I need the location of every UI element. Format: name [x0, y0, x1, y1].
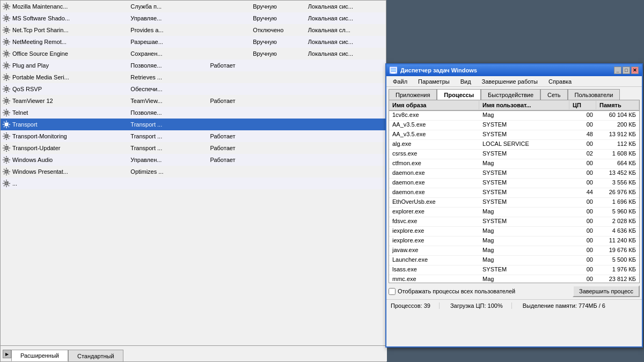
service-desc: Transport ... — [129, 119, 208, 130]
process-row[interactable]: daemon.exeSYSTEM4426 976 КБ — [389, 188, 639, 198]
services-bottom-tabs: ▶ Расширенный Стандартный — [1, 345, 387, 361]
service-status: Работает — [208, 130, 251, 142]
service-logon — [306, 71, 386, 83]
service-startup — [251, 142, 306, 154]
service-name: Portable Media Seri... — [12, 74, 69, 80]
service-startup — [251, 60, 306, 71]
service-status: Работает — [208, 95, 251, 107]
tm-menu-file[interactable]: Файл — [389, 77, 412, 86]
process-cpu: 00 — [569, 159, 596, 168]
tm-menu-options[interactable]: Параметры — [414, 77, 454, 86]
service-logon: Локальная сл... — [306, 24, 386, 36]
process-user: Mag — [479, 256, 569, 265]
process-memory: 1 696 КБ — [596, 198, 639, 207]
tab-extended[interactable]: Расширенный — [11, 350, 68, 361]
process-row[interactable]: daemon.exeSYSTEM0013 452 КБ — [389, 169, 639, 179]
tm-menu-help[interactable]: Справка — [544, 77, 576, 86]
service-row[interactable]: TransportTransport ... — [1, 119, 386, 130]
tm-tab-users[interactable]: Пользователи — [568, 89, 620, 100]
process-user: SYSTEM — [479, 198, 569, 207]
process-row[interactable]: iexplore.exeMag004 636 КБ — [389, 227, 639, 237]
service-logon — [306, 142, 386, 154]
process-name: daemon.exe — [389, 188, 479, 197]
service-row[interactable]: Office Source EngineСохранен...ВручнуюЛо… — [1, 48, 386, 60]
process-row[interactable]: mmc.exeMag0023 812 КБ — [389, 275, 639, 283]
process-memory: 19 676 КБ — [596, 246, 639, 255]
process-memory: 2 028 КБ — [596, 217, 639, 226]
service-row[interactable]: Net.Tcp Port Sharin...Provides a...Отклю… — [1, 24, 386, 36]
service-row[interactable]: Portable Media Seri...Retrieves ... — [1, 71, 386, 83]
service-row[interactable]: Plug and PlayПозволяе...Работает — [1, 60, 386, 71]
process-cpu: 44 — [569, 188, 596, 197]
tm-maximize-button[interactable]: □ — [623, 67, 630, 74]
service-row[interactable]: ... — [1, 178, 386, 189]
service-logon: Локальная сис... — [306, 1, 386, 12]
tm-minimize-button[interactable]: _ — [614, 67, 621, 74]
service-row[interactable]: QoS RSVPОбеспечи... — [1, 83, 386, 95]
service-row[interactable]: Windows Presentat...Optimizes ... — [1, 166, 386, 178]
tm-tabs: Приложения Процессы Быстродействие Сеть … — [386, 87, 642, 100]
tm-end-process-button[interactable]: Завершить процесс — [573, 285, 640, 297]
tm-tab-apps[interactable]: Приложения — [389, 89, 437, 100]
tm-col-name[interactable]: Имя образа — [389, 101, 479, 109]
service-row[interactable]: MS Software Shado...Управляе...ВручнуюЛо… — [1, 12, 386, 24]
service-desc: Provides a... — [129, 24, 208, 36]
service-icon — [2, 73, 11, 82]
service-startup: Вручную — [251, 48, 306, 60]
svg-point-13 — [5, 76, 8, 78]
nav-arrow[interactable]: ▶ — [3, 350, 11, 358]
service-row[interactable]: Transport-UpdaterTransport ...Работает — [1, 142, 386, 154]
process-memory: 26 976 КБ — [596, 188, 639, 197]
service-desc: Optimizes ... — [129, 166, 208, 178]
service-row[interactable]: NetMeeting Remot...Разрешае...ВручнуюЛок… — [1, 36, 386, 48]
service-status — [208, 119, 251, 130]
tab-standard[interactable]: Стандартный — [68, 350, 123, 361]
service-icon — [2, 38, 11, 46]
tm-tab-network[interactable]: Сеть — [540, 89, 567, 100]
process-memory: 23 812 КБ — [596, 275, 639, 283]
service-icon — [2, 49, 11, 58]
tm-process-list[interactable]: 1cv8c.exeMag0060 104 КБAA_v3.5.exeSYSTEM… — [389, 111, 639, 283]
tm-col-cpu[interactable]: ЦП — [569, 101, 596, 109]
tm-show-all-checkbox[interactable] — [389, 288, 396, 295]
tm-tab-processes[interactable]: Процессы — [437, 89, 481, 100]
service-startup: Вручную — [251, 36, 306, 48]
service-row[interactable]: Windows AudioУправлен...Работает — [1, 154, 386, 166]
process-row[interactable]: csrss.exeSYSTEM021 608 КБ — [389, 150, 639, 159]
tm-close-button[interactable]: ✕ — [631, 67, 639, 74]
tm-menu-view[interactable]: Вид — [456, 77, 475, 86]
task-manager-window: Диспетчер задач Windows _ □ ✕ Файл Парам… — [385, 63, 643, 348]
process-user: SYSTEM — [479, 179, 569, 188]
service-row[interactable]: TelnetПозволяе... — [1, 107, 386, 119]
process-row[interactable]: 1cv8c.exeMag0060 104 КБ — [389, 111, 639, 121]
service-status — [208, 178, 251, 189]
process-row[interactable]: alg.exeLOCAL SERVICE00112 КБ — [389, 140, 639, 150]
process-cpu: 00 — [569, 275, 596, 283]
service-row[interactable]: TeamViewer 12TeamView...Работает — [1, 95, 386, 107]
process-row[interactable]: explorer.exeMag005 960 КБ — [389, 208, 639, 217]
service-status: Работает — [208, 154, 251, 166]
process-row[interactable]: EthOverUsb.exeSYSTEM001 696 КБ — [389, 198, 639, 208]
process-row[interactable]: daemon.exeSYSTEM003 556 КБ — [389, 179, 639, 188]
tm-titlebar-buttons: _ □ ✕ — [614, 67, 639, 74]
process-row[interactable]: ctfmon.exeMag00664 КБ — [389, 159, 639, 169]
service-name: Transport-Monitoring — [12, 133, 67, 139]
tm-table-header: Имя образа Имя пользоват... ЦП Память — [389, 100, 639, 111]
tm-col-mem[interactable]: Память — [596, 101, 639, 109]
process-row[interactable]: AA_v3.5.exeSYSTEM4813 912 КБ — [389, 130, 639, 140]
service-row[interactable]: Mozilla Maintenanc...Служба п...ВручнуюЛ… — [1, 1, 386, 12]
process-memory: 1 608 КБ — [596, 150, 639, 159]
tm-tab-performance[interactable]: Быстродействие — [481, 89, 540, 100]
process-row[interactable]: iexplore.exeMag0011 240 КБ — [389, 237, 639, 246]
service-row[interactable]: Transport-MonitoringTransport ...Работае… — [1, 130, 386, 142]
tm-menu-shutdown[interactable]: Завершение работы — [478, 77, 542, 86]
tm-col-user[interactable]: Имя пользоват... — [479, 101, 569, 109]
service-icon — [2, 61, 11, 70]
process-row[interactable]: Launcher.exeMag005 500 КБ — [389, 256, 639, 265]
process-row[interactable]: javaw.exeMag0019 676 КБ — [389, 246, 639, 256]
service-logon — [306, 119, 386, 130]
process-name: explorer.exe — [389, 208, 479, 217]
process-row[interactable]: AA_v3.5.exeSYSTEM00200 КБ — [389, 121, 639, 130]
process-row[interactable]: lsass.exeSYSTEM001 976 КБ — [389, 265, 639, 275]
process-row[interactable]: fdsvc.exeSYSTEM002 028 КБ — [389, 217, 639, 227]
